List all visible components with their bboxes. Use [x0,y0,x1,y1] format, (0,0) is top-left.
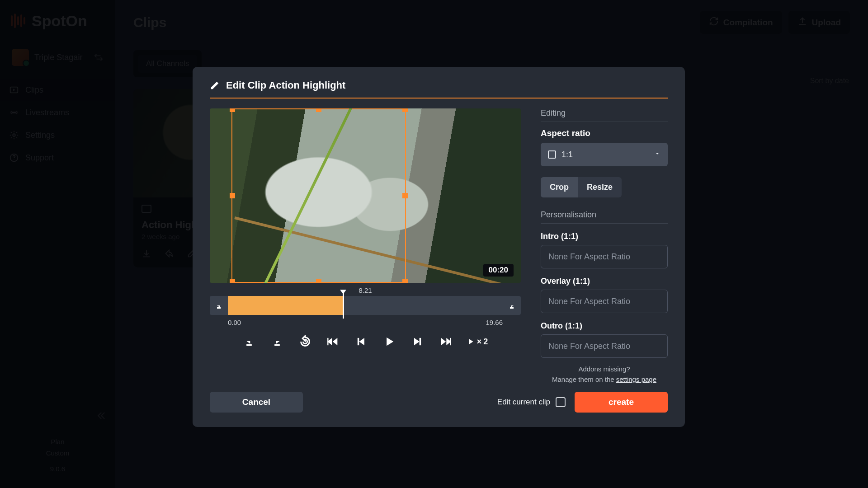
crop-handle[interactable] [230,279,235,283]
svg-rect-17 [450,338,451,345]
step-back-button[interactable] [355,335,368,348]
cancel-button[interactable]: Cancel [210,392,303,413]
edit-current-label: Edit current clip [497,398,550,407]
timeline-track[interactable] [228,296,503,315]
play-button[interactable] [383,335,396,348]
create-button[interactable]: create [575,392,668,413]
intro-select[interactable]: None For Aspect Ratio [541,245,668,268]
playhead-time: 8.21 [210,286,521,294]
preview-time: 00:20 [483,264,514,277]
svg-rect-13 [274,344,280,346]
personalisation-section-label: Personalisation [541,210,668,224]
resize-button[interactable]: Resize [578,177,622,197]
outro-value: None For Aspect Ratio [548,342,630,351]
overlay-select[interactable]: None For Aspect Ratio [541,290,668,313]
trim-start-button[interactable] [210,296,228,315]
restart-button[interactable] [299,335,311,348]
crop-handle[interactable] [316,279,321,283]
speed-value: 2 [483,337,488,347]
settings-page-link[interactable]: settings page [616,375,656,383]
crop-handle[interactable] [402,279,408,283]
playhead[interactable] [343,292,344,319]
crop-handle[interactable] [230,108,235,112]
edit-clip-modal: Edit Clip Action Highlight 00:20 8.21 [193,67,685,427]
crop-button[interactable]: Crop [541,177,578,197]
modal-title: Edit Clip Action Highlight [226,80,345,91]
crop-handle[interactable] [316,108,321,112]
overlay-value: None For Aspect Ratio [548,297,630,306]
video-preview[interactable]: 00:20 [210,108,521,283]
intro-value: None For Aspect Ratio [548,252,630,262]
crop-handle[interactable] [402,108,408,112]
chevron-down-icon [654,150,660,159]
set-in-button[interactable] [243,335,255,348]
svg-rect-11 [510,307,514,309]
set-out-button[interactable] [271,335,283,348]
timeline[interactable] [210,296,521,315]
aspect-ratio-value: 1:1 [561,150,573,160]
skip-forward-button[interactable] [439,335,452,348]
addons-note: Addons missing? Manage them on the setti… [541,364,668,385]
intro-label: Intro (1:1) [541,232,668,241]
svg-rect-12 [246,344,252,346]
step-forward-button[interactable] [411,335,424,348]
playback-controls: ×2 [210,335,521,348]
overlay-label: Overlay (1:1) [541,277,668,286]
playback-speed-button[interactable]: ×2 [467,335,488,348]
edit-current-checkbox[interactable] [556,397,566,407]
aspect-ratio-label: Aspect ratio [541,128,668,138]
crop-handle[interactable] [402,193,408,198]
addons-question: Addons missing? [578,365,630,373]
svg-rect-16 [419,338,421,345]
square-icon [548,150,556,159]
outro-label: Outro (1:1) [541,321,668,331]
svg-rect-10 [217,307,221,309]
aspect-ratio-select[interactable]: 1:1 [541,143,668,166]
editing-section-label: Editing [541,108,668,122]
skip-back-button[interactable] [327,335,340,348]
crop-handle[interactable] [230,193,235,198]
crop-box[interactable] [231,108,406,283]
svg-rect-15 [358,338,359,345]
timeline-start: 0.00 [228,319,241,326]
timeline-end: 19.66 [486,319,503,326]
timeline-selection[interactable] [228,296,343,315]
trim-end-button[interactable] [503,296,521,315]
addons-hint-prefix: Manage them on the [552,375,616,383]
svg-rect-14 [327,338,328,345]
crop-resize-segment: Crop Resize [541,177,622,197]
outro-select[interactable]: None For Aspect Ratio [541,334,668,358]
pencil-icon [210,80,220,90]
modal-header: Edit Clip Action Highlight [210,80,668,99]
